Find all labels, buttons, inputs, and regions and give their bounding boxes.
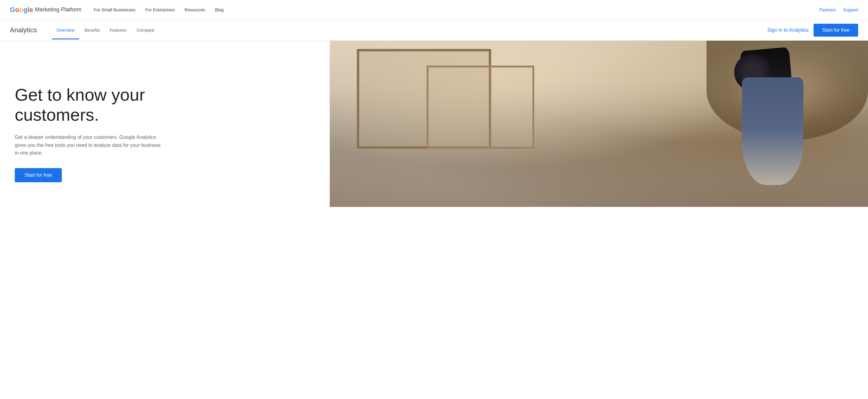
- nav-blog[interactable]: Blog: [215, 7, 224, 12]
- hero-section: Get to know your customers. Get a deeper…: [0, 40, 868, 207]
- nav-enterprises[interactable]: For Enterprises: [145, 7, 175, 12]
- top-nav-links: For Small Businesses For Enterprises Res…: [94, 7, 819, 12]
- platform-name: Marketing Platform: [35, 6, 82, 13]
- hero-start-free-button[interactable]: Start for free: [15, 168, 62, 182]
- tab-compare[interactable]: Compare: [132, 21, 159, 39]
- top-nav-right: Partners Support: [819, 7, 858, 12]
- sign-in-analytics-link[interactable]: Sign in to Analytics: [768, 27, 809, 33]
- nav-small-businesses[interactable]: For Small Businesses: [94, 7, 135, 12]
- top-navigation: Google Marketing Platform For Small Busi…: [0, 0, 868, 20]
- hero-background-photo: [330, 40, 868, 207]
- brand-logo[interactable]: Google Marketing Platform: [10, 6, 82, 14]
- wooden-frame-2: [427, 65, 534, 149]
- start-for-free-button-subnav[interactable]: Start for free: [813, 24, 858, 37]
- tab-features[interactable]: Features: [105, 21, 132, 39]
- google-wordmark: Google: [10, 6, 33, 14]
- sub-nav-tabs: Overview Benefits Features Compare: [52, 21, 768, 39]
- tab-benefits[interactable]: Benefits: [80, 21, 105, 39]
- hero-image: [330, 40, 868, 207]
- sub-navigation: Analytics Overview Benefits Features Com…: [0, 20, 868, 40]
- person-body: [742, 77, 803, 185]
- tab-overview[interactable]: Overview: [52, 21, 80, 39]
- hero-content: Get to know your customers. Get a deeper…: [0, 60, 178, 207]
- partners-link[interactable]: Partners: [819, 7, 836, 12]
- sub-nav-right: Sign in to Analytics Start for free: [768, 24, 858, 37]
- hero-description: Get a deeper understanding of your custo…: [15, 133, 164, 157]
- support-link[interactable]: Support: [843, 7, 858, 12]
- hero-title: Get to know your customers.: [15, 85, 164, 125]
- nav-resources[interactable]: Resources: [185, 7, 205, 12]
- analytics-product-name: Analytics: [10, 26, 37, 34]
